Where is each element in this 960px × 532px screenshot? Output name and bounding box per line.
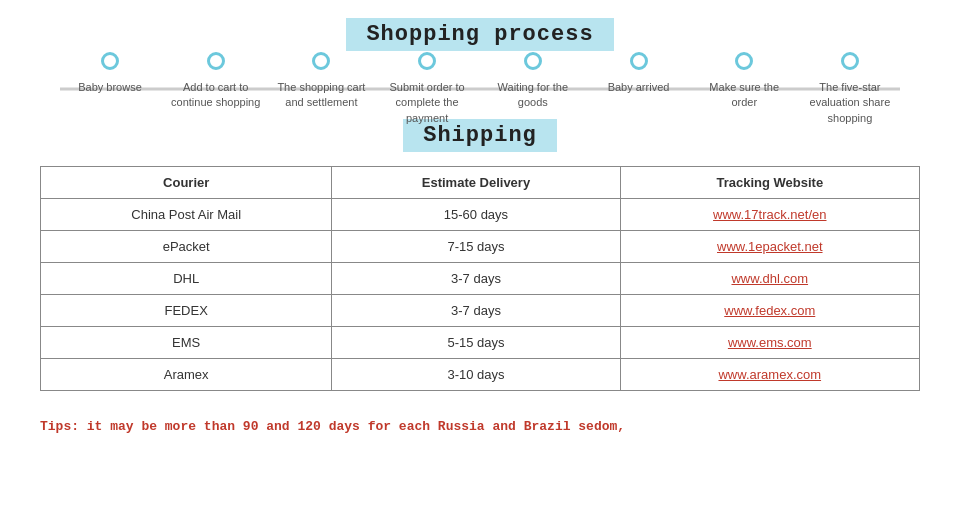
shipping-table: CourierEstimate DeliveryTracking Website… xyxy=(40,166,920,391)
tracking-link[interactable]: www.fedex.com xyxy=(724,303,815,318)
timeline-track: Baby browse Add to cart to continue shop… xyxy=(60,79,900,99)
col-header-2: Tracking Website xyxy=(620,167,919,199)
courier-cell: Aramex xyxy=(41,359,332,391)
timeline-step-6: Make sure the order xyxy=(694,52,794,126)
table-row: Aramex3-10 dayswww.aramex.com xyxy=(41,359,920,391)
delivery-cell: 3-7 days xyxy=(332,263,620,295)
table-row: ePacket7-15 dayswww.1epacket.net xyxy=(41,231,920,263)
delivery-cell: 15-60 days xyxy=(332,199,620,231)
shopping-process-title: Shopping process xyxy=(346,18,613,51)
timeline-step-7: The five-star evaluation share shopping xyxy=(800,52,900,126)
col-header-1: Estimate Delivery xyxy=(332,167,620,199)
node-label-4: Waiting for the goods xyxy=(488,80,578,111)
node-dot-7 xyxy=(841,52,859,70)
node-dot-2 xyxy=(312,52,330,70)
node-dot-3 xyxy=(418,52,436,70)
tracking-link[interactable]: www.aramex.com xyxy=(718,367,821,382)
timeline-step-2: The shopping cart and settlement xyxy=(271,52,371,126)
courier-cell: China Post Air Mail xyxy=(41,199,332,231)
node-dot-4 xyxy=(524,52,542,70)
tracking-cell[interactable]: www.1epacket.net xyxy=(620,231,919,263)
timeline-step-0: Baby browse xyxy=(60,52,160,126)
delivery-cell: 3-10 days xyxy=(332,359,620,391)
tracking-cell[interactable]: www.dhl.com xyxy=(620,263,919,295)
delivery-cell: 7-15 days xyxy=(332,231,620,263)
timeline-step-3: Submit order to complete the payment xyxy=(377,52,477,126)
table-header-row: CourierEstimate DeliveryTracking Website xyxy=(41,167,920,199)
table-row: DHL3-7 dayswww.dhl.com xyxy=(41,263,920,295)
table-row: EMS5-15 dayswww.ems.com xyxy=(41,327,920,359)
tracking-link[interactable]: www.dhl.com xyxy=(731,271,808,286)
node-dot-1 xyxy=(207,52,225,70)
col-header-0: Courier xyxy=(41,167,332,199)
tracking-cell[interactable]: www.aramex.com xyxy=(620,359,919,391)
courier-cell: ePacket xyxy=(41,231,332,263)
timeline-step-4: Waiting for the goods xyxy=(483,52,583,126)
tracking-link[interactable]: www.17track.net/en xyxy=(713,207,826,222)
table-row: China Post Air Mail15-60 dayswww.17track… xyxy=(41,199,920,231)
node-label-7: The five-star evaluation share shopping xyxy=(805,80,895,126)
table-body: China Post Air Mail15-60 dayswww.17track… xyxy=(41,199,920,391)
node-dot-0 xyxy=(101,52,119,70)
timeline-nodes: Baby browse Add to cart to continue shop… xyxy=(60,52,900,126)
node-label-0: Baby browse xyxy=(65,80,155,95)
timeline-step-5: Baby arrived xyxy=(589,52,689,126)
timeline-container: Baby browse Add to cart to continue shop… xyxy=(0,61,960,109)
node-dot-6 xyxy=(735,52,753,70)
courier-cell: DHL xyxy=(41,263,332,295)
node-dot-5 xyxy=(630,52,648,70)
shipping-section: Shipping CourierEstimate DeliveryTrackin… xyxy=(0,109,960,407)
courier-cell: FEDEX xyxy=(41,295,332,327)
node-label-3: Submit order to complete the payment xyxy=(382,80,472,126)
node-label-1: Add to cart to continue shopping xyxy=(171,80,261,111)
tracking-cell[interactable]: www.ems.com xyxy=(620,327,919,359)
delivery-cell: 3-7 days xyxy=(332,295,620,327)
table-row: FEDEX3-7 dayswww.fedex.com xyxy=(41,295,920,327)
node-label-2: The shopping cart and settlement xyxy=(276,80,366,111)
courier-cell: EMS xyxy=(41,327,332,359)
node-label-5: Baby arrived xyxy=(594,80,684,95)
timeline-step-1: Add to cart to continue shopping xyxy=(166,52,266,126)
tracking-cell[interactable]: www.17track.net/en xyxy=(620,199,919,231)
tips-text: Tips: it may be more than 90 and 120 day… xyxy=(0,407,960,434)
delivery-cell: 5-15 days xyxy=(332,327,620,359)
node-label-6: Make sure the order xyxy=(699,80,789,111)
tracking-link[interactable]: www.1epacket.net xyxy=(717,239,823,254)
tracking-cell[interactable]: www.fedex.com xyxy=(620,295,919,327)
tracking-link[interactable]: www.ems.com xyxy=(728,335,812,350)
